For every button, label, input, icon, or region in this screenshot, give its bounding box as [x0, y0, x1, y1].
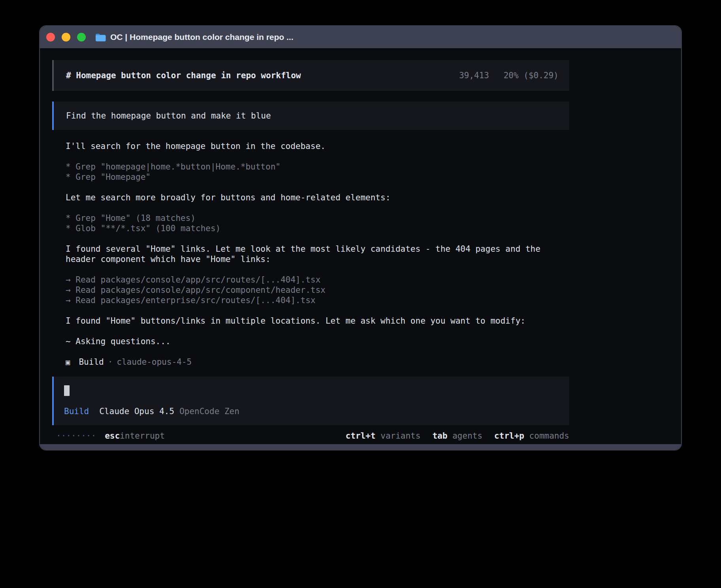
agent-icon: ▣ [66, 358, 70, 366]
tool-call-text: Read packages/enterprise/src/routes/[...… [71, 296, 316, 305]
agent-name-label: Build [79, 357, 104, 367]
tool-call-line: * Grep "Homepage" [66, 172, 569, 182]
tool-call-block: * Grep "homepage|home.*button|Home.*butt… [66, 162, 569, 182]
tool-prefix-icon: * [66, 213, 71, 223]
agent-separator: · [108, 357, 113, 367]
model-label[interactable]: Claude Opus 4.5 [99, 407, 174, 416]
session-metrics: 39,413 20% ($0.29) [459, 70, 559, 81]
shortcut-key: tab [432, 431, 447, 441]
window-title: OC | Homepage button color change in rep… [110, 32, 293, 42]
tool-call-block: * Grep "Home" (18 matches)* Glob "**/*.t… [66, 213, 569, 234]
assistant-text-block: I found several "Home" links. Let me loo… [66, 244, 569, 264]
agent-model-label: claude-opus-4-5 [117, 357, 192, 367]
shortcut-label: commands [524, 431, 569, 441]
tool-call-line: → Read packages/console/app/src/componen… [66, 285, 569, 295]
tool-prefix-icon: → [66, 296, 71, 305]
agent-mode-label[interactable]: Build [64, 407, 89, 416]
interrupt-label: interrupt [120, 431, 165, 441]
terminal-content: # Homepage button color change in repo w… [40, 48, 681, 446]
user-message: Find the homepage button and make it blu… [52, 102, 569, 130]
shortcut-label: variants [376, 431, 421, 441]
folder-icon [95, 33, 106, 42]
tool-call-line: * Grep "Home" (18 matches) [66, 213, 569, 223]
tool-prefix-icon: * [66, 224, 71, 233]
status-bar-right: ctrl+t variantstab agentsctrl+p commands [345, 431, 569, 441]
session-header: # Homepage button color change in repo w… [52, 60, 569, 91]
shortcut-hint: ctrl+p commands [494, 431, 569, 441]
shortcut-key: ctrl+p [494, 431, 524, 441]
tool-call-text: Grep "homepage|home.*button|Home.*button… [71, 162, 281, 172]
status-bar-left: ········ esc interrupt [52, 431, 165, 441]
terminal-window: OC | Homepage button color change in rep… [39, 25, 682, 450]
zoom-window-button[interactable] [77, 33, 86, 41]
tool-call-text: Glob "**/*.tsx" (100 matches) [71, 224, 221, 233]
tool-call-line: → Read packages/console/app/src/routes/[… [66, 275, 569, 285]
tool-call-text: Read packages/console/app/src/component/… [71, 285, 326, 295]
assistant-text-line: I found "Home" buttons/links in multiple… [66, 316, 569, 326]
window-bottom-edge [40, 444, 681, 450]
prompt-input[interactable]: BuildClaude Opus 4.5OpenCode Zen [52, 377, 569, 425]
assistant-text-block: Let me search more broadly for buttons a… [66, 192, 569, 203]
assistant-text-line: I'll search for the homepage button in t… [66, 141, 569, 151]
close-window-button[interactable] [46, 33, 55, 41]
shortcut-hint: tab agents [432, 431, 482, 441]
context-usage: 20% ($0.29) [504, 71, 559, 80]
tool-call-line: → Read packages/enterprise/src/routes/[.… [66, 295, 569, 305]
tool-call-text: Read packages/console/app/src/routes/[..… [71, 275, 321, 285]
provider-label: OpenCode Zen [179, 407, 240, 416]
text-cursor [64, 385, 70, 396]
assistant-text-block: I found "Home" buttons/links in multiple… [66, 316, 569, 326]
assistant-text-block: I'll search for the homepage button in t… [66, 141, 569, 151]
status-bar: ········ esc interrupt ctrl+t variantsta… [52, 431, 569, 441]
traffic-lights [46, 33, 86, 41]
input-meta-row: BuildClaude Opus 4.5OpenCode Zen [64, 406, 559, 416]
tool-call-text: Grep "Home" (18 matches) [71, 213, 196, 223]
esc-key-hint: esc [105, 431, 120, 441]
tool-call-block: → Read packages/console/app/src/routes/[… [66, 275, 569, 305]
tool-call-text: Grep "Homepage" [71, 172, 151, 182]
assistant-text-line: I found several "Home" links. Let me loo… [66, 244, 569, 264]
titlebar[interactable]: OC | Homepage button color change in rep… [40, 26, 681, 48]
progress-dots: ········ [56, 431, 96, 441]
user-message-text: Find the homepage button and make it blu… [66, 111, 271, 121]
tool-prefix-icon: * [66, 172, 71, 182]
tool-prefix-icon: → [66, 275, 71, 285]
shortcut-hint: ctrl+t variants [345, 431, 421, 441]
minimize-window-button[interactable] [62, 33, 70, 41]
assistant-text-block: ~ Asking questions... [66, 336, 569, 347]
tool-prefix-icon: * [66, 162, 71, 172]
tool-call-line: * Glob "**/*.tsx" (100 matches) [66, 223, 569, 234]
shortcut-key: ctrl+t [345, 431, 376, 441]
agent-status-row: ▣Build·claude-opus-4-5 [52, 357, 569, 367]
assistant-text-line: ~ Asking questions... [66, 336, 569, 347]
assistant-output: I'll search for the homepage button in t… [52, 141, 569, 347]
tool-prefix-icon: → [66, 285, 71, 295]
tool-call-line: * Grep "homepage|home.*button|Home.*butt… [66, 162, 569, 172]
session-title: # Homepage button color change in repo w… [66, 70, 301, 81]
assistant-text-line: Let me search more broadly for buttons a… [66, 192, 569, 203]
token-count: 39,413 [459, 71, 489, 80]
shortcut-label: agents [447, 431, 483, 441]
